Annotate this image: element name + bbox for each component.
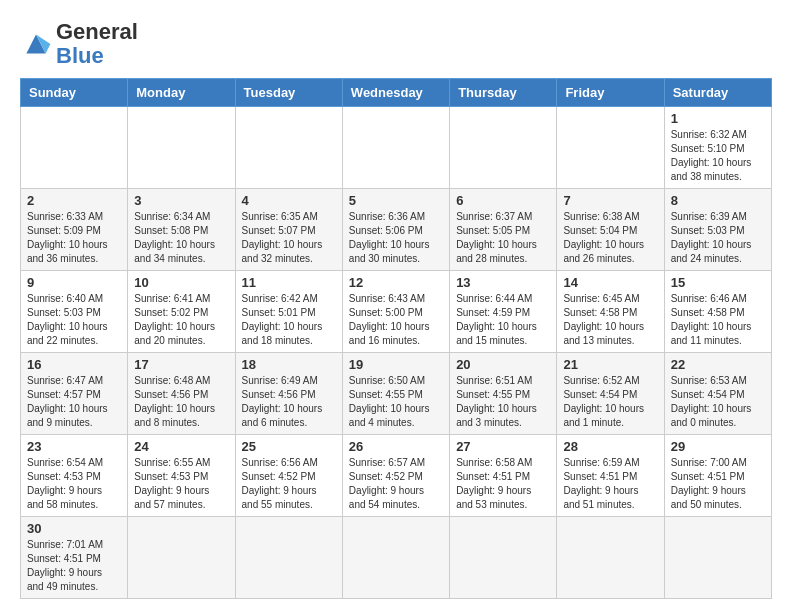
calendar-cell: 20Sunrise: 6:51 AM Sunset: 4:55 PM Dayli… [450,353,557,435]
day-info: Sunrise: 7:01 AM Sunset: 4:51 PM Dayligh… [27,538,121,594]
day-number: 8 [671,193,765,208]
calendar-cell: 3Sunrise: 6:34 AM Sunset: 5:08 PM Daylig… [128,189,235,271]
day-info: Sunrise: 6:40 AM Sunset: 5:03 PM Dayligh… [27,292,121,348]
day-number: 25 [242,439,336,454]
calendar-cell: 8Sunrise: 6:39 AM Sunset: 5:03 PM Daylig… [664,189,771,271]
day-number: 14 [563,275,657,290]
calendar-cell: 21Sunrise: 6:52 AM Sunset: 4:54 PM Dayli… [557,353,664,435]
calendar-cell: 16Sunrise: 6:47 AM Sunset: 4:57 PM Dayli… [21,353,128,435]
day-number: 30 [27,521,121,536]
day-info: Sunrise: 6:35 AM Sunset: 5:07 PM Dayligh… [242,210,336,266]
calendar-cell: 15Sunrise: 6:46 AM Sunset: 4:58 PM Dayli… [664,271,771,353]
day-number: 20 [456,357,550,372]
calendar-cell: 4Sunrise: 6:35 AM Sunset: 5:07 PM Daylig… [235,189,342,271]
day-number: 26 [349,439,443,454]
weekday-header-friday: Friday [557,79,664,107]
day-number: 24 [134,439,228,454]
day-info: Sunrise: 6:45 AM Sunset: 4:58 PM Dayligh… [563,292,657,348]
calendar-cell: 17Sunrise: 6:48 AM Sunset: 4:56 PM Dayli… [128,353,235,435]
logo: GeneralBlue [20,20,138,68]
calendar-week-row: 1Sunrise: 6:32 AM Sunset: 5:10 PM Daylig… [21,107,772,189]
generalblue-logo-icon [20,28,52,60]
day-number: 6 [456,193,550,208]
day-info: Sunrise: 6:44 AM Sunset: 4:59 PM Dayligh… [456,292,550,348]
calendar-week-row: 16Sunrise: 6:47 AM Sunset: 4:57 PM Dayli… [21,353,772,435]
calendar-cell: 9Sunrise: 6:40 AM Sunset: 5:03 PM Daylig… [21,271,128,353]
calendar-cell [235,107,342,189]
calendar-cell: 12Sunrise: 6:43 AM Sunset: 5:00 PM Dayli… [342,271,449,353]
weekday-header-wednesday: Wednesday [342,79,449,107]
day-number: 7 [563,193,657,208]
calendar-cell: 27Sunrise: 6:58 AM Sunset: 4:51 PM Dayli… [450,435,557,517]
day-info: Sunrise: 6:47 AM Sunset: 4:57 PM Dayligh… [27,374,121,430]
day-number: 18 [242,357,336,372]
calendar-cell [235,517,342,599]
calendar-cell: 13Sunrise: 6:44 AM Sunset: 4:59 PM Dayli… [450,271,557,353]
day-info: Sunrise: 6:59 AM Sunset: 4:51 PM Dayligh… [563,456,657,512]
day-info: Sunrise: 6:34 AM Sunset: 5:08 PM Dayligh… [134,210,228,266]
day-info: Sunrise: 6:55 AM Sunset: 4:53 PM Dayligh… [134,456,228,512]
weekday-header-tuesday: Tuesday [235,79,342,107]
day-number: 12 [349,275,443,290]
calendar-cell [557,107,664,189]
day-info: Sunrise: 6:39 AM Sunset: 5:03 PM Dayligh… [671,210,765,266]
page-header: GeneralBlue [20,20,772,68]
day-info: Sunrise: 6:32 AM Sunset: 5:10 PM Dayligh… [671,128,765,184]
calendar-cell: 23Sunrise: 6:54 AM Sunset: 4:53 PM Dayli… [21,435,128,517]
calendar-cell: 10Sunrise: 6:41 AM Sunset: 5:02 PM Dayli… [128,271,235,353]
day-info: Sunrise: 6:41 AM Sunset: 5:02 PM Dayligh… [134,292,228,348]
calendar-week-row: 30Sunrise: 7:01 AM Sunset: 4:51 PM Dayli… [21,517,772,599]
weekday-header-thursday: Thursday [450,79,557,107]
day-info: Sunrise: 6:37 AM Sunset: 5:05 PM Dayligh… [456,210,550,266]
day-info: Sunrise: 6:51 AM Sunset: 4:55 PM Dayligh… [456,374,550,430]
calendar-cell [664,517,771,599]
calendar-cell: 26Sunrise: 6:57 AM Sunset: 4:52 PM Dayli… [342,435,449,517]
day-info: Sunrise: 6:48 AM Sunset: 4:56 PM Dayligh… [134,374,228,430]
day-info: Sunrise: 6:58 AM Sunset: 4:51 PM Dayligh… [456,456,550,512]
calendar-cell: 19Sunrise: 6:50 AM Sunset: 4:55 PM Dayli… [342,353,449,435]
day-info: Sunrise: 6:33 AM Sunset: 5:09 PM Dayligh… [27,210,121,266]
calendar-cell [557,517,664,599]
calendar-cell: 24Sunrise: 6:55 AM Sunset: 4:53 PM Dayli… [128,435,235,517]
day-info: Sunrise: 6:36 AM Sunset: 5:06 PM Dayligh… [349,210,443,266]
day-number: 23 [27,439,121,454]
calendar-week-row: 2Sunrise: 6:33 AM Sunset: 5:09 PM Daylig… [21,189,772,271]
day-number: 10 [134,275,228,290]
calendar-cell [342,107,449,189]
day-info: Sunrise: 6:53 AM Sunset: 4:54 PM Dayligh… [671,374,765,430]
calendar-cell: 22Sunrise: 6:53 AM Sunset: 4:54 PM Dayli… [664,353,771,435]
day-number: 1 [671,111,765,126]
calendar-cell [128,107,235,189]
day-number: 16 [27,357,121,372]
calendar-table: SundayMondayTuesdayWednesdayThursdayFrid… [20,78,772,599]
day-number: 13 [456,275,550,290]
calendar-cell: 1Sunrise: 6:32 AM Sunset: 5:10 PM Daylig… [664,107,771,189]
calendar-week-row: 23Sunrise: 6:54 AM Sunset: 4:53 PM Dayli… [21,435,772,517]
day-number: 4 [242,193,336,208]
day-number: 27 [456,439,550,454]
calendar-cell: 18Sunrise: 6:49 AM Sunset: 4:56 PM Dayli… [235,353,342,435]
day-info: Sunrise: 6:50 AM Sunset: 4:55 PM Dayligh… [349,374,443,430]
calendar-cell [128,517,235,599]
day-number: 19 [349,357,443,372]
day-info: Sunrise: 6:56 AM Sunset: 4:52 PM Dayligh… [242,456,336,512]
calendar-cell [21,107,128,189]
calendar-cell: 28Sunrise: 6:59 AM Sunset: 4:51 PM Dayli… [557,435,664,517]
weekday-header-saturday: Saturday [664,79,771,107]
day-number: 21 [563,357,657,372]
calendar-cell: 29Sunrise: 7:00 AM Sunset: 4:51 PM Dayli… [664,435,771,517]
day-info: Sunrise: 6:42 AM Sunset: 5:01 PM Dayligh… [242,292,336,348]
day-number: 9 [27,275,121,290]
calendar-week-row: 9Sunrise: 6:40 AM Sunset: 5:03 PM Daylig… [21,271,772,353]
calendar-cell: 30Sunrise: 7:01 AM Sunset: 4:51 PM Dayli… [21,517,128,599]
day-info: Sunrise: 6:46 AM Sunset: 4:58 PM Dayligh… [671,292,765,348]
day-number: 17 [134,357,228,372]
calendar-cell: 14Sunrise: 6:45 AM Sunset: 4:58 PM Dayli… [557,271,664,353]
day-info: Sunrise: 6:38 AM Sunset: 5:04 PM Dayligh… [563,210,657,266]
day-info: Sunrise: 6:49 AM Sunset: 4:56 PM Dayligh… [242,374,336,430]
day-info: Sunrise: 6:57 AM Sunset: 4:52 PM Dayligh… [349,456,443,512]
weekday-header-monday: Monday [128,79,235,107]
day-number: 3 [134,193,228,208]
day-number: 15 [671,275,765,290]
calendar-cell [450,517,557,599]
